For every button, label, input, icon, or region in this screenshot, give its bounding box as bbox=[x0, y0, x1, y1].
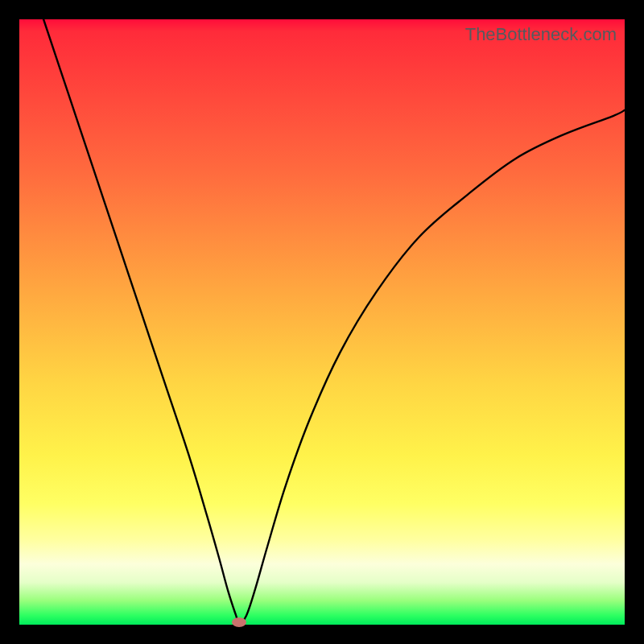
curve-plot bbox=[19, 19, 625, 625]
plot-area: TheBottleneck.com bbox=[19, 19, 625, 625]
data-marker bbox=[232, 617, 246, 627]
chart-container: TheBottleneck.com bbox=[0, 0, 644, 644]
data-curve bbox=[43, 19, 625, 623]
